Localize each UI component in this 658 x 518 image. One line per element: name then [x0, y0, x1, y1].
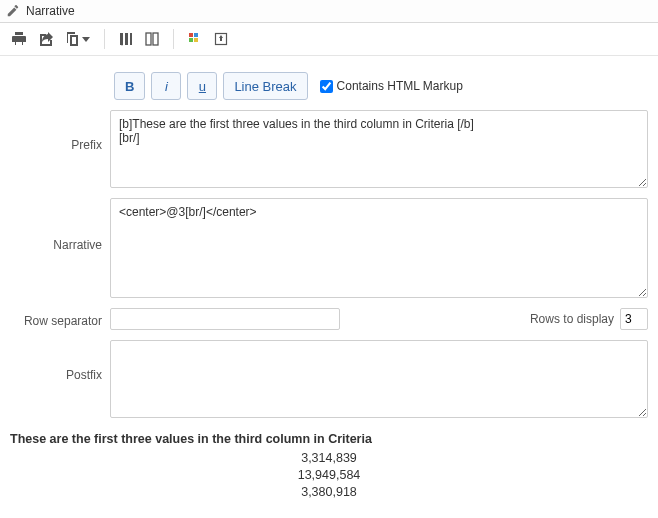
svg-rect-3 — [194, 33, 198, 37]
italic-button[interactable]: i — [151, 72, 181, 100]
preview-value: 3,314,839 — [10, 450, 648, 467]
chevron-down-icon — [82, 37, 90, 42]
svg-rect-4 — [189, 38, 193, 42]
export-icon[interactable] — [34, 29, 56, 49]
preview-value: 13,949,584 — [10, 467, 648, 484]
rows-to-display-label: Rows to display — [530, 312, 614, 326]
duplicate-view-icon[interactable] — [141, 29, 163, 49]
narrative-row: Narrative — [10, 198, 648, 298]
bold-button[interactable]: B — [114, 72, 145, 100]
rows-to-display-input[interactable] — [620, 308, 648, 330]
prefix-row: Prefix — [10, 110, 648, 188]
format-button-row: B i u Line Break Contains HTML Markup — [114, 72, 648, 100]
pencil-icon — [6, 4, 20, 18]
row-separator-input[interactable] — [110, 308, 340, 330]
narrative-label: Narrative — [10, 198, 110, 252]
row-separator-label: Row separator — [10, 310, 110, 328]
preview-area: These are the first three values in the … — [10, 428, 648, 511]
narrative-input[interactable] — [110, 198, 648, 298]
preview-value: 3,380,918 — [10, 484, 648, 501]
palette-icon[interactable] — [184, 29, 206, 49]
svg-rect-2 — [189, 33, 193, 37]
toolbar-separator — [104, 29, 105, 49]
prefix-label: Prefix — [10, 110, 110, 152]
copy-dropdown-icon[interactable] — [60, 29, 94, 49]
toolbar — [0, 23, 658, 56]
postfix-label: Postfix — [10, 340, 110, 382]
row-separator-row: Row separator Rows to display — [10, 308, 648, 330]
panel-title: Narrative — [26, 4, 75, 18]
contains-markup-wrap[interactable]: Contains HTML Markup — [320, 79, 463, 93]
svg-rect-1 — [153, 33, 158, 45]
toolbar-separator — [173, 29, 174, 49]
postfix-row: Postfix — [10, 340, 648, 418]
freeze-column-icon[interactable] — [115, 29, 137, 49]
editor-area: B i u Line Break Contains HTML Markup Pr… — [0, 56, 658, 518]
svg-rect-5 — [194, 38, 198, 42]
contains-markup-label: Contains HTML Markup — [337, 79, 463, 93]
print-icon[interactable] — [8, 29, 30, 49]
svg-rect-0 — [146, 33, 151, 45]
line-break-button[interactable]: Line Break — [223, 72, 307, 100]
import-format-icon[interactable] — [210, 29, 232, 49]
preview-values: 3,314,839 13,949,584 3,380,918 — [10, 450, 648, 501]
underline-button[interactable]: u — [187, 72, 217, 100]
contains-markup-checkbox[interactable] — [320, 80, 333, 93]
postfix-input[interactable] — [110, 340, 648, 418]
panel-header: Narrative — [0, 0, 658, 23]
preview-title: These are the first three values in the … — [10, 432, 648, 446]
prefix-input[interactable] — [110, 110, 648, 188]
